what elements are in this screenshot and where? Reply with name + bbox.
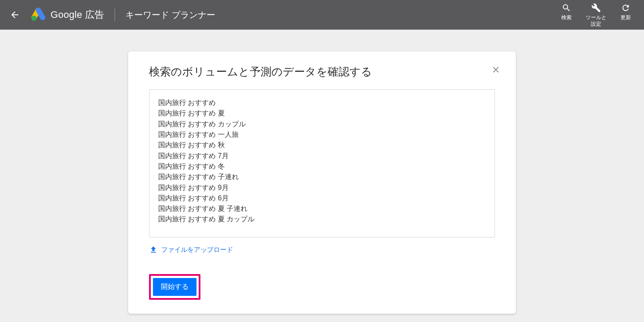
- refresh-icon: [621, 3, 630, 13]
- close-icon: [491, 65, 501, 75]
- stage: 検索のボリュームと予測のデータを確認する 国内旅行 おすすめ 国内旅行 おすすめ…: [0, 30, 644, 322]
- brand-label: Google 広告: [51, 8, 104, 21]
- start-button-label: 開始する: [161, 283, 189, 290]
- toolbar-refresh[interactable]: 更新: [615, 2, 636, 21]
- google-ads-logo-icon: [31, 7, 46, 23]
- keywords-textarea[interactable]: 国内旅行 おすすめ 国内旅行 おすすめ 夏 国内旅行 おすすめ カップル 国内旅…: [149, 89, 495, 237]
- keyword-card: 検索のボリュームと予測のデータを確認する 国内旅行 おすすめ 国内旅行 おすすめ…: [128, 51, 516, 314]
- section-title: キーワード プランナー: [125, 9, 215, 21]
- upload-file-label: ファイルをアップロード: [161, 246, 233, 254]
- upload-icon: [149, 245, 158, 254]
- brand-google: Google: [51, 9, 82, 20]
- svg-point-0: [31, 16, 37, 21]
- app-bar: Google 広告 キーワード プランナー 検索 ツールと 設定 更新: [0, 0, 644, 30]
- brand-ads: 広告: [85, 8, 105, 21]
- toolbar-search-label: 検索: [561, 14, 572, 21]
- search-icon: [562, 3, 571, 13]
- card-actions: 開始する: [149, 274, 495, 300]
- app-bar-right: 検索 ツールと 設定 更新: [556, 2, 639, 27]
- start-highlight: 開始する: [149, 274, 200, 300]
- app-bar-left: Google 広告 キーワード プランナー: [5, 5, 556, 24]
- wrench-icon: [591, 3, 601, 13]
- back-button[interactable]: [5, 5, 24, 24]
- vertical-separator: [115, 9, 115, 21]
- close-button[interactable]: [489, 63, 503, 77]
- upload-file-link[interactable]: ファイルをアップロード: [149, 245, 233, 254]
- toolbar-refresh-label: 更新: [620, 14, 631, 21]
- toolbar-search[interactable]: 検索: [556, 2, 577, 21]
- back-arrow-icon: [10, 10, 20, 20]
- toolbar-tools-label: ツールと 設定: [586, 14, 607, 27]
- start-button[interactable]: 開始する: [153, 278, 197, 296]
- toolbar-tools-settings[interactable]: ツールと 設定: [586, 2, 607, 27]
- card-title: 検索のボリュームと予測のデータを確認する: [149, 64, 495, 79]
